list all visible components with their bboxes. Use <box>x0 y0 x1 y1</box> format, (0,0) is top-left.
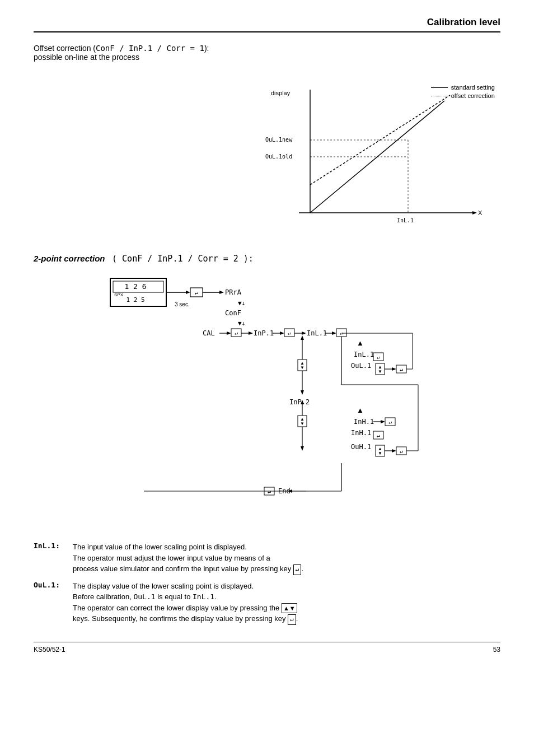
legend-offset-line <box>431 96 448 96</box>
svg-text:▼: ▼ <box>300 365 305 370</box>
svg-text:OuL.1: OuL.1 <box>351 362 371 370</box>
offset-subtitle: possible on-line at the process <box>34 53 139 62</box>
offset-heading: Offset correction (ConF / InP.1 / Corr =… <box>34 44 500 62</box>
footer-page: 53 <box>493 646 500 654</box>
updown-key: ▲▼ <box>282 603 297 614</box>
flow-diagram-svg: 1 2 6 1 2 5 SPX ↵ PRrA 3 sec. ▼↓ ConF ▼ <box>99 273 435 525</box>
oul1-term: OuL.1: <box>34 581 67 625</box>
svg-text:↵: ↵ <box>377 432 380 438</box>
svg-text:InP.2: InP.2 <box>289 398 310 406</box>
svg-text:↵: ↵ <box>235 330 238 336</box>
oul1-definition: The display value of the lower scaling p… <box>73 581 298 625</box>
chart-container: standard setting offset correction displ… <box>34 78 500 237</box>
chart-svg: display X <box>265 78 489 235</box>
svg-marker-89 <box>392 449 396 452</box>
inl1-term: InL.1: <box>34 542 67 575</box>
svg-text:▼: ▼ <box>378 451 382 456</box>
svg-text:OuH.1: OuH.1 <box>351 443 371 451</box>
svg-marker-30 <box>227 332 231 335</box>
svg-marker-18 <box>186 291 190 294</box>
svg-text:▼: ▼ <box>300 421 305 426</box>
svg-marker-41 <box>302 332 306 335</box>
display-label: display <box>271 90 291 96</box>
svg-text:InL.1: InL.1 <box>354 351 374 358</box>
two-point-heading: 2-point correction ( ConF / InP.1 / Corr… <box>34 254 500 264</box>
page-header: Calibration level <box>34 17 500 32</box>
svg-text:InL.1: InL.1 <box>397 217 414 223</box>
svg-text:ConF: ConF <box>225 309 241 317</box>
svg-marker-2 <box>472 211 477 214</box>
svg-text:↵: ↵ <box>268 488 271 494</box>
desc-inl1: InL.1: The input value of the lower scal… <box>34 542 500 575</box>
svg-text:OuL.1new: OuL.1new <box>265 137 293 143</box>
svg-text:InH.1: InH.1 <box>354 418 374 426</box>
svg-text:PRrA: PRrA <box>225 288 242 296</box>
svg-text:↵: ↵ <box>388 419 392 425</box>
svg-marker-64 <box>301 335 304 340</box>
svg-text:InP.1: InP.1 <box>254 329 274 337</box>
svg-marker-57 <box>392 367 396 371</box>
legend-offset: offset correction <box>431 92 495 99</box>
svg-text:▼↓: ▼↓ <box>238 300 245 307</box>
svg-text:1 2 5: 1 2 5 <box>126 296 144 304</box>
descriptions-section: InL.1: The input value of the lower scal… <box>34 542 500 625</box>
desc-oul1: OuL.1: The display value of the lower sc… <box>34 581 500 625</box>
svg-marker-66 <box>301 390 304 395</box>
legend-standard: standard setting <box>431 84 495 91</box>
enter-key-2: ↵ <box>288 614 296 625</box>
svg-text:↵: ↵ <box>400 366 403 372</box>
svg-text:▼: ▼ <box>378 369 382 374</box>
chart-wrapper: standard setting offset correction displ… <box>265 78 500 237</box>
enter-key-1: ↵ <box>293 564 302 575</box>
svg-marker-74 <box>301 446 304 451</box>
svg-text:↵: ↵ <box>377 354 380 360</box>
svg-text:↵: ↵ <box>195 289 199 296</box>
svg-text:X: X <box>478 209 483 216</box>
page: Calibration level Offset correction (Con… <box>0 0 534 676</box>
svg-text:1 2 6: 1 2 6 <box>124 282 146 291</box>
legend-standard-label: standard setting <box>451 84 495 91</box>
page-title: Calibration level <box>427 17 500 27</box>
two-point-formula: ( ConF / InP.1 / Corr = 2 ): <box>112 254 254 264</box>
svg-text:SPX: SPX <box>114 292 124 297</box>
footer-model: KS50/52-1 <box>34 646 65 654</box>
svg-marker-37 <box>280 332 284 335</box>
legend-standard-line <box>431 87 448 88</box>
offset-heading-text: Offset correction (ConF / InP.1 / Corr =… <box>34 44 209 53</box>
svg-marker-78 <box>381 420 385 423</box>
chart-legend: standard setting offset correction <box>431 84 495 101</box>
svg-text:▲: ▲ <box>357 339 364 347</box>
svg-marker-34 <box>249 332 253 335</box>
inl1-definition: The input value of the lower scaling poi… <box>73 542 303 575</box>
svg-text:3 sec.: 3 sec. <box>175 301 190 307</box>
svg-text:↵: ↵ <box>288 330 291 336</box>
svg-text:OuL.1old: OuL.1old <box>265 153 292 160</box>
svg-text:CAL: CAL <box>203 329 215 337</box>
svg-text:InL.1: InL.1 <box>307 329 327 337</box>
svg-text:↵: ↵ <box>400 448 403 454</box>
offset-section: Offset correction (ConF / InP.1 / Corr =… <box>34 44 500 62</box>
page-footer: KS50/52-1 53 <box>34 642 500 654</box>
svg-marker-44 <box>332 332 336 335</box>
svg-text:InH.1: InH.1 <box>351 429 371 437</box>
svg-marker-22 <box>219 291 224 294</box>
legend-offset-label: offset correction <box>451 92 495 99</box>
two-point-section: 2-point correction ( ConF / InP.1 / Corr… <box>34 254 500 525</box>
svg-text:▼↓: ▼↓ <box>238 320 245 327</box>
svg-text:▲: ▲ <box>357 406 364 414</box>
